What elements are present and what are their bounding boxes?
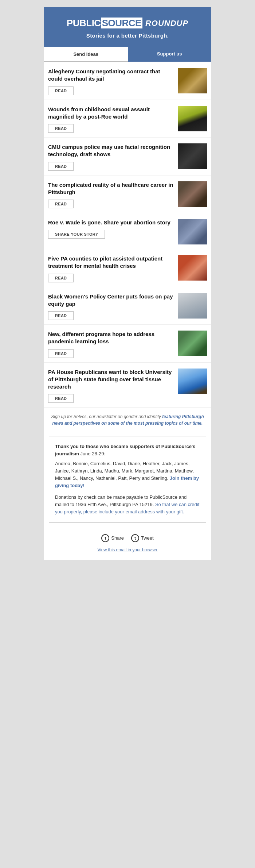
- story-title-pitt: PA House Republicans want to block Unive…: [48, 369, 173, 391]
- story-title-cmu: CMU campus police may use facial recogni…: [48, 143, 173, 158]
- read-btn-jail[interactable]: READ: [48, 86, 74, 95]
- read-btn-healthcare[interactable]: READ: [48, 200, 74, 208]
- email-container: PUBLICSOURCE ROUNDUP Stories for a bette…: [44, 7, 211, 560]
- read-btn-cmu[interactable]: READ: [48, 162, 74, 171]
- donor-list: Andrea, Bonnie, Cornelius, David, Diane,…: [55, 460, 200, 490]
- logo-source: SOURCE: [101, 18, 142, 28]
- story-title-roe: Roe v. Wade is gone. Share your abortion…: [48, 219, 173, 226]
- story-image-policy: [178, 293, 207, 319]
- story-image-healthcare: [178, 181, 207, 207]
- logo-row: PUBLICSOURCE ROUNDUP: [51, 18, 204, 29]
- story-image-counties: [178, 255, 207, 281]
- read-btn-pitt[interactable]: READ: [48, 394, 74, 403]
- story-title-jail: Allegheny County negotiating contract th…: [48, 68, 173, 83]
- story-image-assault: [178, 106, 207, 131]
- story-content-programs: New, different programs hope to address …: [48, 331, 173, 358]
- logo-public: PUBLICSOURCE: [67, 18, 142, 29]
- story-image-jail: [178, 68, 207, 93]
- story-content-healthcare: The complicated reality of a healthcare …: [48, 181, 173, 209]
- read-btn-policy[interactable]: READ: [48, 311, 74, 320]
- story-image-roe: [178, 219, 207, 244]
- newsletter-prefix: Sign up for Selves, our newsletter on ge…: [51, 414, 162, 419]
- story-image-pitt: [178, 369, 207, 394]
- story-title-healthcare: The complicated reality of a healthcare …: [48, 181, 173, 196]
- story-title-counties: Five PA counties to pilot assisted outpa…: [48, 255, 173, 270]
- read-btn-assault[interactable]: READ: [48, 124, 74, 133]
- tweet-button[interactable]: t Tweet: [131, 534, 154, 542]
- story-content-roe: Roe v. Wade is gone. Share your abortion…: [48, 219, 173, 239]
- story-item-jail: Allegheny County negotiating contract th…: [44, 62, 211, 100]
- tweet-label: Tweet: [141, 535, 154, 541]
- story-image-programs: [178, 331, 207, 356]
- story-content-jail: Allegheny County negotiating contract th…: [48, 68, 173, 95]
- story-item-assault: Wounds from childhood sexual assault mag…: [44, 100, 211, 138]
- story-item-healthcare: The complicated reality of a healthcare …: [44, 175, 211, 213]
- donation-text: Donations by check can be made payable t…: [55, 494, 200, 516]
- read-btn-roe[interactable]: SHARE YOUR STORY: [48, 230, 105, 239]
- action-row: Send ideas Support us: [44, 47, 211, 62]
- thank-you-title: Thank you to those who became supporters…: [55, 443, 200, 458]
- tweet-icon: t: [131, 534, 139, 542]
- story-content-policy: Black Women's Policy Center puts focus o…: [48, 293, 173, 320]
- stories-list: Allegheny County negotiating contract th…: [44, 62, 211, 408]
- newsletter-note: Sign up for Selves, our newsletter on ge…: [44, 408, 211, 432]
- share-icon: f: [101, 534, 109, 542]
- story-item-programs: New, different programs hope to address …: [44, 325, 211, 363]
- view-browser-link[interactable]: View this email in your browser: [44, 545, 211, 560]
- email-header: PUBLICSOURCE ROUNDUP Stories for a bette…: [44, 7, 211, 47]
- story-title-policy: Black Women's Policy Center puts focus o…: [48, 293, 173, 308]
- thank-you-box: Thank you to those who became supporters…: [49, 436, 206, 522]
- social-row: f Share t Tweet: [44, 529, 211, 545]
- story-content-counties: Five PA counties to pilot assisted outpa…: [48, 255, 173, 282]
- logo-roundup: ROUNDUP: [145, 19, 188, 28]
- tagline: Stories for a better Pittsburgh.: [51, 32, 204, 39]
- story-content-pitt: PA House Republicans want to block Unive…: [48, 369, 173, 403]
- read-btn-programs[interactable]: READ: [48, 349, 74, 358]
- send-ideas-button[interactable]: Send ideas: [44, 47, 128, 62]
- story-title-programs: New, different programs hope to address …: [48, 331, 173, 346]
- thank-you-date: June 28-29:: [80, 451, 105, 456]
- share-button[interactable]: f Share: [101, 534, 124, 542]
- share-label: Share: [111, 535, 124, 541]
- story-title-assault: Wounds from childhood sexual assault mag…: [48, 106, 173, 121]
- story-item-cmu: CMU campus police may use facial recogni…: [44, 138, 211, 175]
- story-item-pitt: PA House Republicans want to block Unive…: [44, 363, 211, 408]
- story-content-cmu: CMU campus police may use facial recogni…: [48, 143, 173, 171]
- story-item-roe: Roe v. Wade is gone. Share your abortion…: [44, 213, 211, 249]
- story-item-policy: Black Women's Policy Center puts focus o…: [44, 287, 211, 325]
- read-btn-counties[interactable]: READ: [48, 274, 74, 282]
- support-us-button[interactable]: Support us: [128, 47, 212, 62]
- story-item-counties: Five PA counties to pilot assisted outpa…: [44, 249, 211, 287]
- story-content-assault: Wounds from childhood sexual assault mag…: [48, 106, 173, 133]
- story-image-cmu: [178, 143, 207, 169]
